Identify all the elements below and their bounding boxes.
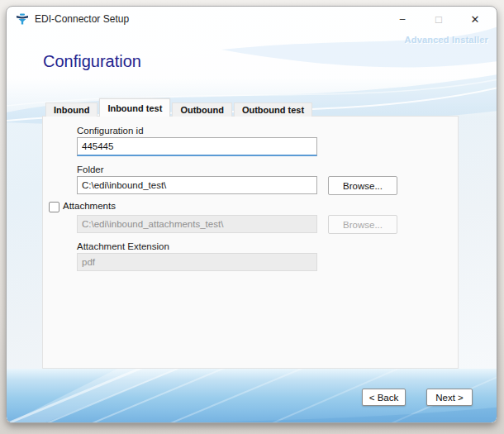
folder-input[interactable] <box>77 176 317 194</box>
next-button[interactable]: Next > <box>426 389 473 406</box>
back-button[interactable]: < Back <box>362 389 406 406</box>
maximize-button: □ <box>421 7 457 31</box>
footer: < Back Next > <box>7 369 497 423</box>
attachments-label[interactable]: Attachments <box>63 201 116 211</box>
window-title: EDI-Connector Setup <box>35 13 129 25</box>
attachments-checkbox[interactable] <box>49 202 59 212</box>
titlebar: EDI-Connector Setup – □ ✕ <box>7 7 497 31</box>
tab-outbound[interactable]: Outbound <box>172 103 232 117</box>
configuration-id-input[interactable] <box>77 137 317 156</box>
app-icon <box>16 12 29 26</box>
attachments-folder-input <box>77 215 317 233</box>
folder-browse-button[interactable]: Browse... <box>328 176 397 195</box>
tab-outbound-test[interactable]: Outbound test <box>234 103 312 117</box>
advanced-installer-watermark: Advanced Installer <box>405 35 488 45</box>
tab-inbound-test[interactable]: Inbound test <box>99 98 170 117</box>
attachment-extension-label: Attachment Extension <box>77 241 169 251</box>
page-title: Configuration <box>43 52 141 71</box>
folder-label: Folder <box>77 165 104 174</box>
close-button[interactable]: ✕ <box>457 7 493 31</box>
configuration-panel: Configuration id Folder Browse... Attach… <box>42 116 459 369</box>
tab-bar: Inbound Inbound test Outbound Outbound t… <box>45 98 314 117</box>
configuration-id-label: Configuration id <box>77 126 144 136</box>
minimize-button[interactable]: – <box>384 7 421 31</box>
desktop-background: EDI-Connector Setup – □ ✕ Advanced Insta… <box>0 0 504 434</box>
footer-swoosh-decoration <box>7 369 497 423</box>
attachments-browse-button: Browse... <box>328 215 397 234</box>
setup-window: EDI-Connector Setup – □ ✕ Advanced Insta… <box>6 6 497 423</box>
window-controls: – □ ✕ <box>384 7 493 31</box>
tab-inbound[interactable]: Inbound <box>45 103 97 117</box>
attachment-extension-input <box>77 253 317 271</box>
